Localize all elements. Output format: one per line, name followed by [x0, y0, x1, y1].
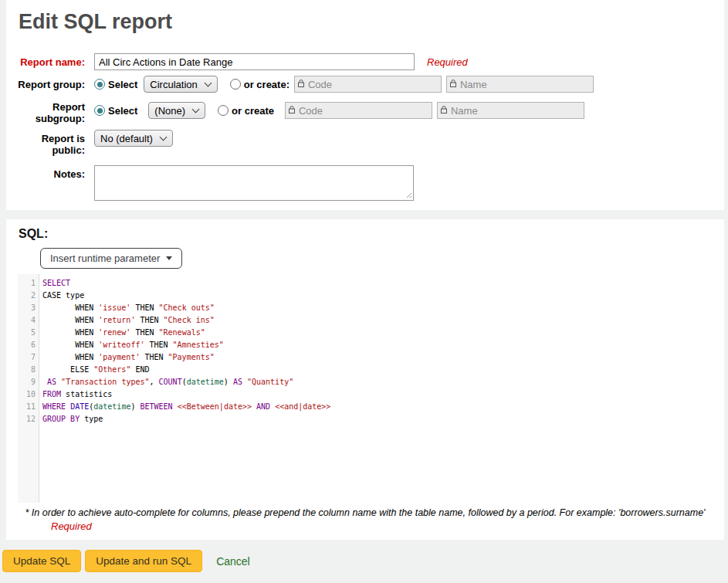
code-token: type [80, 415, 103, 423]
code-line[interactable]: FROM statistics [42, 388, 716, 401]
code-line[interactable]: GROUP BY type [42, 413, 716, 425]
report-public-row: Report is public: No (default) [12, 130, 718, 156]
report-group-name-input[interactable] [446, 76, 594, 93]
code-line[interactable]: WHEN 'payment' THEN "Payments" [42, 351, 716, 364]
code-line[interactable]: SELECT [42, 277, 716, 290]
code-token: END [130, 365, 149, 374]
report-subgroup-code-wrap [285, 102, 432, 119]
page-title: Edit SQL report [19, 10, 718, 33]
code-line[interactable]: WHEN 'issue' THEN "Check outs" [42, 302, 716, 314]
code-token: WHEN [42, 341, 98, 349]
code-token: GROUP BY [42, 415, 80, 423]
caret-down-icon [166, 256, 172, 260]
report-name-label: Report name: [12, 53, 85, 68]
report-group-name-wrap [446, 76, 594, 93]
lock-icon [289, 106, 295, 114]
update-sql-button[interactable]: Update SQL [2, 550, 81, 572]
code-line[interactable]: WHEN 'renew' THEN "Renewals" [42, 327, 716, 339]
code-token: "Renewals" [159, 328, 205, 337]
code-token: AS [233, 378, 242, 386]
code-token: WHEN [42, 353, 98, 361]
code-token: <<and|date>> [275, 402, 330, 411]
sql-editor[interactable]: 123456789101112 SELECTCASE type WHEN 'is… [18, 274, 716, 503]
sql-editor-gutter: 123456789101112 [18, 274, 39, 503]
report-group-or-create-label: or create: [244, 79, 290, 90]
code-token: "Quantity" [247, 378, 293, 386]
line-number: 1 [18, 277, 36, 290]
report-name-input[interactable] [94, 53, 415, 70]
report-public-select[interactable]: No (default) [94, 130, 173, 147]
code-line[interactable]: AS "Transaction types", COUNT(datetime) … [42, 376, 716, 388]
code-token: "Transaction types" [61, 378, 149, 386]
line-number: 6 [18, 339, 36, 351]
notes-wrap [94, 165, 414, 201]
autocomplete-hint: * In order to achieve auto-complete for … [12, 507, 718, 518]
report-subgroup-name-input[interactable] [437, 102, 584, 119]
sql-section: SQL: Insert runtime parameter 1234567891… [6, 219, 724, 540]
code-token: THEN [144, 341, 172, 349]
report-subgroup-label: Report subgroup: [12, 98, 85, 124]
code-token: FROM [42, 390, 61, 398]
line-number: 12 [18, 413, 36, 425]
line-number: 9 [18, 376, 36, 388]
report-subgroup-selected-value: (None) [154, 105, 185, 117]
report-group-row: Report group: Select Circulation or crea… [12, 76, 718, 93]
code-line[interactable]: ELSE "Others" END [42, 364, 716, 376]
code-token: 'payment' [98, 353, 140, 361]
notes-label: Notes: [12, 165, 85, 180]
report-group-select-label: Select [108, 79, 137, 90]
cancel-link[interactable]: Cancel [216, 555, 250, 568]
code-token: THEN [130, 328, 158, 337]
code-token: 'renew' [98, 328, 130, 337]
code-token: , [150, 378, 159, 386]
update-and-run-sql-button[interactable]: Update and run SQL [85, 550, 202, 572]
sql-heading: SQL: [19, 227, 718, 241]
report-group-select-radio[interactable] [94, 79, 105, 90]
code-token: ELSE [42, 365, 93, 374]
line-number: 7 [18, 351, 36, 364]
notes-textarea[interactable] [94, 165, 414, 201]
sql-required-note: Required [51, 520, 718, 532]
code-token: COUNT [159, 378, 182, 386]
code-token: SELECT [42, 279, 70, 287]
code-token: datetime [93, 402, 130, 411]
line-number: 8 [18, 364, 36, 376]
report-subgroup-select[interactable]: (None) [148, 102, 205, 119]
code-token: "Check outs" [159, 303, 215, 312]
insert-runtime-parameter-button[interactable]: Insert runtime parameter [40, 248, 182, 269]
lock-icon [298, 80, 304, 87]
code-line[interactable]: WHEN 'writeoff' THEN "Amnesties" [42, 339, 716, 351]
report-subgroup-code-input[interactable] [285, 102, 432, 119]
code-token: WHEN [42, 328, 98, 337]
code-token: 'writeoff' [98, 341, 144, 349]
report-subgroup-select-radio[interactable] [94, 105, 105, 116]
report-group-code-input[interactable] [294, 76, 442, 93]
code-line[interactable]: WHERE DATE(datetime) BETWEEN <<Between|d… [42, 401, 716, 413]
action-bar: Update SQL Update and run SQL Cancel [0, 540, 728, 572]
code-token: "Amnesties" [173, 341, 224, 349]
report-name-required-note: Required [427, 56, 468, 68]
report-group-create-radio[interactable] [230, 79, 241, 90]
code-line[interactable]: CASE type [42, 290, 716, 302]
code-token: AND [256, 402, 270, 411]
lock-icon [441, 106, 447, 114]
line-number: 3 [18, 302, 36, 314]
line-number: 4 [18, 314, 36, 327]
line-number: 2 [18, 290, 36, 302]
chevron-down-icon [204, 80, 212, 87]
code-token: WHERE [42, 402, 66, 411]
code-token: ) [224, 378, 233, 386]
sql-editor-code[interactable]: SELECTCASE type WHEN 'issue' THEN "Check… [39, 274, 716, 503]
code-token: AS [47, 378, 56, 386]
report-public-label: Report is public: [12, 130, 85, 156]
code-token: WHEN [42, 303, 98, 312]
report-subgroup-create-radio[interactable] [218, 105, 229, 116]
report-group-selected-value: Circulation [150, 79, 197, 90]
line-number: 11 [18, 401, 36, 413]
report-subgroup-name-wrap [437, 102, 584, 119]
report-subgroup-row: Report subgroup: Select (None) or create [12, 98, 718, 124]
code-line[interactable]: WHEN 'return' THEN "Check ins" [42, 314, 716, 327]
code-token: WHEN [42, 316, 98, 324]
code-token: THEN [135, 316, 163, 324]
report-group-select[interactable]: Circulation [144, 76, 217, 93]
